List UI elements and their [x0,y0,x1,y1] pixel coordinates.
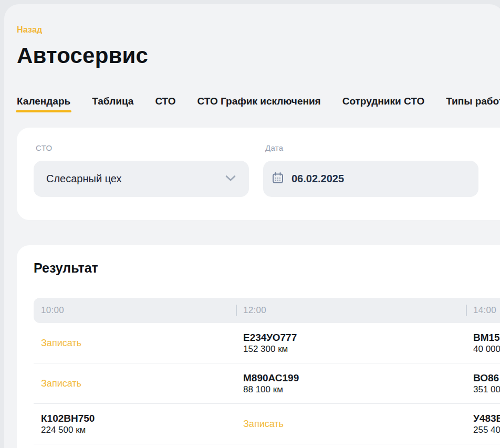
time-slot-label: 14:00 [473,305,496,316]
tab-sto[interactable]: СТО [155,95,175,108]
tab-sto-employees[interactable]: Сотрудники СТО [342,95,424,108]
sto-select[interactable]: Слесарный цех [34,161,249,197]
car-booking-cell: Е234УО777 152 300 км [243,323,438,363]
car-booking-cell: К102ВН750 224 500 км [41,404,235,444]
car-mileage: 152 300 км [243,343,438,355]
tab-calendar[interactable]: Календарь [17,95,70,108]
time-separator [236,305,237,316]
calendar-icon [272,172,284,186]
car-mileage: 351 000 км [473,384,500,395]
result-card: Результат 10:00 12:00 14:00 Записать Е23… [17,245,500,448]
filters-card: СТО Слесарный цех Дата [17,128,500,220]
tab-table[interactable]: Таблица [92,95,133,108]
table-row: Записать Е234УО777 152 300 км ВМ158 40 0… [34,323,500,363]
date-field-label: Дата [265,143,283,152]
result-title: Результат [34,260,98,276]
car-booking-cell: ВМ158 40 000 км [473,323,500,363]
car-mileage: 224 500 км [41,424,235,435]
car-mileage: 88 100 км [243,384,438,395]
car-booking-cell: ВО86 351 000 км [473,363,500,403]
car-plate: ВМ158 [473,331,500,343]
car-plate: У483В [473,412,500,424]
tab-work-types[interactable]: Типы работ [446,95,500,108]
book-slot-link[interactable]: Записать [41,378,81,389]
car-booking-cell: М890АС199 88 100 км [243,363,438,403]
back-link[interactable]: Назад [17,25,42,35]
time-header-bar: 10:00 12:00 14:00 [34,298,500,323]
table-row: Записать М890АС199 88 100 км ВО86 351 00… [34,363,500,404]
table-row: К102ВН750 224 500 км Записать У483В 255 … [34,404,500,444]
sto-select-value: Слесарный цех [46,173,122,185]
time-separator [466,305,467,316]
date-input[interactable]: 06.02.2025 [263,161,478,197]
book-slot-link[interactable]: Записать [243,419,284,430]
main-panel: Назад Автосервис Календарь Таблица СТО С… [4,4,500,448]
page-title: Автосервис [17,43,148,68]
car-plate: Е234УО777 [243,331,438,343]
time-slot-label: 12:00 [243,305,266,316]
date-input-value: 06.02.2025 [291,173,344,185]
schedule-rows: Записать Е234УО777 152 300 км ВМ158 40 0… [34,323,500,444]
car-mileage: 40 000 км [473,343,500,355]
tab-sto-exception-schedule[interactable]: СТО График исключения [197,95,321,108]
car-mileage: 255 400 км [473,424,500,435]
car-plate: ВО86 [473,372,500,384]
car-booking-cell: У483В 255 400 км [473,404,500,444]
car-plate: М890АС199 [243,372,438,384]
tab-bar: Календарь Таблица СТО СТО График исключе… [17,95,500,108]
time-slot-label: 10:00 [41,305,64,316]
car-plate: К102ВН750 [41,412,235,424]
chevron-down-icon [225,174,236,184]
sto-field-label: СТО [36,143,52,152]
book-slot-link[interactable]: Записать [41,338,81,349]
